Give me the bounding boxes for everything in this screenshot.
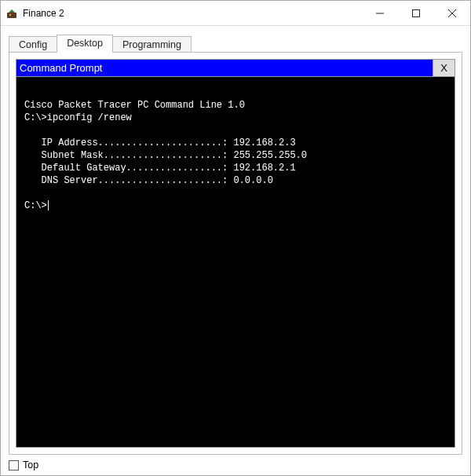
window-controls [362,1,470,25]
top-checkbox[interactable] [9,460,19,471]
footer: Top [9,460,462,471]
command-prompt-close-button[interactable]: X [433,60,455,76]
tab-config[interactable]: Config [9,36,57,53]
command-prompt-titlebar[interactable]: Command Prompt X [16,60,455,77]
svg-rect-0 [7,13,16,18]
app-window: Finance 2 Config Desktop Programming Com… [0,0,471,476]
minimize-button[interactable] [362,1,398,25]
titlebar[interactable]: Finance 2 [1,1,470,26]
window-title: Finance 2 [23,8,362,19]
svg-point-1 [9,13,11,15]
content-area: Config Desktop Programming Command Promp… [1,26,470,475]
command-prompt-title: Command Prompt [16,60,433,76]
terminal-cursor [48,200,49,211]
tab-panel-desktop: Command Prompt X Cisco Packet Tracer PC … [9,52,462,455]
terminal-output[interactable]: Cisco Packet Tracer PC Command Line 1.0 … [16,77,455,448]
tab-programming[interactable]: Programming [112,36,192,53]
close-button[interactable] [434,1,470,25]
tab-desktop[interactable]: Desktop [57,35,113,53]
app-icon [5,7,18,20]
top-checkbox-label: Top [23,460,38,471]
tab-bar: Config Desktop Programming [9,34,462,53]
maximize-button[interactable] [398,1,434,25]
command-prompt-window: Command Prompt X Cisco Packet Tracer PC … [16,59,455,448]
svg-rect-3 [413,9,420,16]
